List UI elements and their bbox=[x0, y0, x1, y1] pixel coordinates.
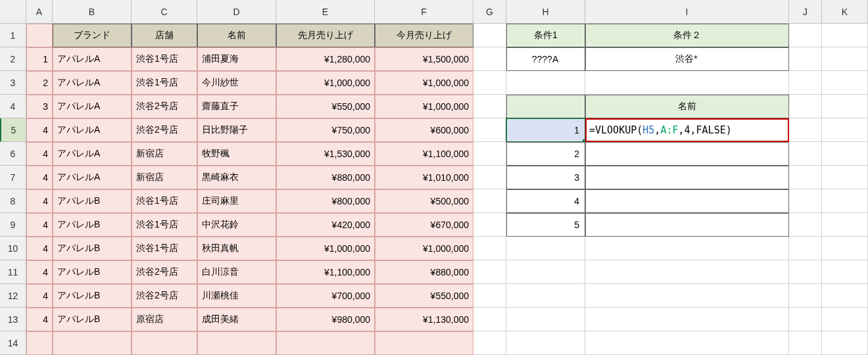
cell-B6[interactable]: アパレルA bbox=[53, 142, 132, 166]
cell-F8[interactable]: ¥500,000 bbox=[375, 189, 473, 213]
cell-E8[interactable]: ¥800,000 bbox=[276, 189, 375, 213]
cell-I12[interactable] bbox=[585, 284, 789, 308]
cell-K6[interactable] bbox=[822, 142, 868, 166]
cell-A2[interactable]: 1 bbox=[26, 47, 53, 71]
cell-K1[interactable] bbox=[822, 24, 868, 47]
col-header-A[interactable]: A bbox=[26, 0, 53, 24]
row-header-3[interactable]: 3 bbox=[0, 71, 26, 95]
cell-C12[interactable]: 渋谷2号店 bbox=[132, 284, 197, 308]
cell-A13[interactable]: 4 bbox=[26, 308, 53, 331]
cell-H3[interactable] bbox=[506, 71, 585, 95]
cell-E5[interactable]: ¥750,000 bbox=[276, 118, 375, 142]
cell-J12[interactable] bbox=[789, 284, 822, 308]
row-header-8[interactable]: 8 bbox=[0, 189, 26, 213]
cell-C4[interactable]: 渋谷2号店 bbox=[132, 95, 197, 118]
cell-K14[interactable] bbox=[822, 331, 868, 355]
cell-B2[interactable]: アパレルA bbox=[53, 47, 132, 71]
cell-H10[interactable] bbox=[506, 237, 585, 260]
cell-E13[interactable]: ¥980,000 bbox=[276, 308, 375, 331]
row-header-13[interactable]: 13 bbox=[0, 308, 26, 331]
criteria-header-2[interactable]: 条件２ bbox=[585, 24, 789, 47]
cell-I3[interactable] bbox=[585, 71, 789, 95]
criteria-value-2[interactable]: 渋谷* bbox=[585, 47, 789, 71]
cell-D3[interactable]: 今川紗世 bbox=[197, 71, 276, 95]
col-header-I[interactable]: I bbox=[585, 0, 789, 24]
col-header-E[interactable]: E bbox=[276, 0, 375, 24]
cell-F4[interactable]: ¥1,000,000 bbox=[375, 95, 473, 118]
cell-I11[interactable] bbox=[585, 260, 789, 284]
lookup-result-5[interactable] bbox=[585, 213, 789, 237]
cell-J1[interactable] bbox=[789, 24, 822, 47]
cell-D12[interactable]: 川瀬桃佳 bbox=[197, 284, 276, 308]
lookup-result-2[interactable] bbox=[585, 142, 789, 166]
col-header-K[interactable]: K bbox=[822, 0, 868, 24]
cell-G13[interactable] bbox=[473, 308, 506, 331]
cell-B11[interactable]: アパレルB bbox=[53, 260, 132, 284]
cell-A14[interactable] bbox=[26, 331, 53, 355]
header-E[interactable]: 先月売り上げ bbox=[276, 24, 375, 47]
col-header-D[interactable]: D bbox=[197, 0, 276, 24]
corner-cell[interactable] bbox=[0, 0, 26, 24]
cell-C6[interactable]: 新宿店 bbox=[132, 142, 197, 166]
cell-F6[interactable]: ¥1,100,000 bbox=[375, 142, 473, 166]
col-header-J[interactable]: J bbox=[789, 0, 822, 24]
cell-D6[interactable]: 牧野楓 bbox=[197, 142, 276, 166]
cell-B10[interactable]: アパレルB bbox=[53, 237, 132, 260]
row-header-5[interactable]: 5 bbox=[0, 118, 26, 142]
cell-F11[interactable]: ¥880,000 bbox=[375, 260, 473, 284]
cell-A10[interactable]: 4 bbox=[26, 237, 53, 260]
cell-J10[interactable] bbox=[789, 237, 822, 260]
col-header-H[interactable]: H bbox=[506, 0, 585, 24]
row-header-1[interactable]: 1 bbox=[0, 24, 26, 47]
cell-E14[interactable] bbox=[276, 331, 375, 355]
cell-I14[interactable] bbox=[585, 331, 789, 355]
cell-E12[interactable]: ¥700,000 bbox=[276, 284, 375, 308]
cell-H13[interactable] bbox=[506, 308, 585, 331]
col-header-G[interactable]: G bbox=[473, 0, 506, 24]
cell-D4[interactable]: 齋藤直子 bbox=[197, 95, 276, 118]
col-header-F[interactable]: F bbox=[375, 0, 473, 24]
cell-C2[interactable]: 渋谷1号店 bbox=[132, 47, 197, 71]
cell-G6[interactable] bbox=[473, 142, 506, 166]
row-header-9[interactable]: 9 bbox=[0, 213, 26, 237]
result-header-name[interactable]: 名前 bbox=[585, 95, 789, 118]
cell-J3[interactable] bbox=[789, 71, 822, 95]
cell-A11[interactable]: 4 bbox=[26, 260, 53, 284]
cell-C13[interactable]: 原宿店 bbox=[132, 308, 197, 331]
cell-A12[interactable]: 4 bbox=[26, 284, 53, 308]
cell-E7[interactable]: ¥880,000 bbox=[276, 166, 375, 189]
cell-C9[interactable]: 渋谷1号店 bbox=[132, 213, 197, 237]
lookup-result-3[interactable] bbox=[585, 166, 789, 189]
cell-G8[interactable] bbox=[473, 189, 506, 213]
cell-D2[interactable]: 浦田夏海 bbox=[197, 47, 276, 71]
cell-J6[interactable] bbox=[789, 142, 822, 166]
cell-B4[interactable]: アパレルA bbox=[53, 95, 132, 118]
cell-K10[interactable] bbox=[822, 237, 868, 260]
cell-G2[interactable] bbox=[473, 47, 506, 71]
cell-G14[interactable] bbox=[473, 331, 506, 355]
cell-A7[interactable]: 4 bbox=[26, 166, 53, 189]
lookup-index-4[interactable]: 4 bbox=[506, 189, 585, 213]
cell-C3[interactable]: 渋谷1号店 bbox=[132, 71, 197, 95]
cell-H11[interactable] bbox=[506, 260, 585, 284]
cell-A1[interactable] bbox=[26, 24, 53, 47]
header-D[interactable]: 名前 bbox=[197, 24, 276, 47]
cell-J5[interactable] bbox=[789, 118, 822, 142]
cell-F3[interactable]: ¥1,000,000 bbox=[375, 71, 473, 95]
result-header-blank[interactable] bbox=[506, 95, 585, 118]
cell-F13[interactable]: ¥1,130,000 bbox=[375, 308, 473, 331]
col-header-B[interactable]: B bbox=[53, 0, 132, 24]
cell-B13[interactable]: アパレルB bbox=[53, 308, 132, 331]
cell-F10[interactable]: ¥1,000,000 bbox=[375, 237, 473, 260]
cell-H14[interactable] bbox=[506, 331, 585, 355]
cell-G4[interactable] bbox=[473, 95, 506, 118]
cell-I10[interactable] bbox=[585, 237, 789, 260]
row-header-6[interactable]: 6 bbox=[0, 142, 26, 166]
cell-C14[interactable] bbox=[132, 331, 197, 355]
cell-G9[interactable] bbox=[473, 213, 506, 237]
cell-C7[interactable]: 新宿店 bbox=[132, 166, 197, 189]
cell-F7[interactable]: ¥1,010,000 bbox=[375, 166, 473, 189]
cell-B5[interactable]: アパレルA bbox=[53, 118, 132, 142]
cell-J8[interactable] bbox=[789, 189, 822, 213]
criteria-value-1[interactable]: ????A bbox=[506, 47, 585, 71]
